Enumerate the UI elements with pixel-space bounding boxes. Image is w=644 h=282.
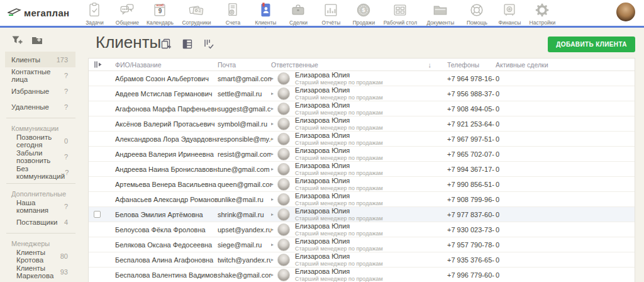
- megaplan-logo[interactable]: мегаплан: [0, 0, 78, 26]
- responsible-info: Елизарова Юлия Старший менеджер по прода…: [295, 132, 383, 146]
- col-header-name[interactable]: ФИО/Название: [115, 61, 218, 69]
- col-header-phones[interactable]: Телефоны: [443, 61, 494, 69]
- expand-arrow-icon[interactable]: [271, 181, 277, 187]
- expand-arrow-icon[interactable]: [271, 106, 277, 111]
- nav-item-calendar[interactable]: нояб9 Календарь: [143, 0, 176, 26]
- nav-item-sales[interactable]: Продажи: [347, 0, 380, 26]
- row-checkbox[interactable]: [94, 211, 101, 218]
- sidebar-item[interactable]: Без коммуникаций ?: [0, 164, 75, 180]
- sidebar-item-label: Клиенты Маркелова: [16, 264, 60, 279]
- col-header-responsible[interactable]: Ответственные: [271, 61, 318, 69]
- nav-item-label: Финансы: [499, 20, 521, 26]
- responsible-role: Старший менеджер по продажам: [295, 186, 383, 191]
- expand-arrow-icon[interactable]: [271, 76, 277, 81]
- responsible-info: Елизарова Юлия Старший менеджер по прода…: [295, 162, 383, 176]
- nav-item-label: Сотрудники: [182, 20, 211, 26]
- sidebar-item[interactable]: Клиенты Кротова 80: [0, 248, 75, 264]
- nav-item-docs[interactable]: Документы: [420, 0, 460, 26]
- table-row[interactable]: Авдеев Мстислав Германович settle@mail.r…: [89, 86, 635, 101]
- responsible-info: Елизарова Юлия Старший менеджер по прода…: [295, 147, 383, 161]
- nav-item-tasks[interactable]: Задачи: [78, 0, 111, 26]
- sidebar: Клиенты 173 Контактные лица ? Избранные …: [0, 28, 82, 282]
- client-email: shake@gmail.com: [218, 271, 271, 279]
- copy-list-icon[interactable]: [160, 38, 172, 50]
- col-header-email[interactable]: Почта: [218, 61, 271, 69]
- sidebar-section-header: Дополнительные: [0, 186, 82, 198]
- sidebar-item[interactable]: Забыли позвонить ?: [0, 149, 75, 164]
- expand-arrow-icon[interactable]: [271, 91, 277, 96]
- nav-item-settings[interactable]: Настройки: [526, 0, 558, 26]
- col-header-deals[interactable]: Активные сделки: [494, 61, 635, 69]
- table-row[interactable]: Андреева Наина Брониславовна tune@gmail.…: [89, 162, 635, 177]
- expand-arrow-icon[interactable]: [271, 151, 277, 157]
- expand-arrow-icon[interactable]: [271, 136, 277, 142]
- table-row[interactable]: Афанасьев Александр Романович unlike@mai…: [89, 192, 635, 207]
- client-phone: +7 990 856-51-49: [447, 181, 494, 188]
- nav-item-label: Отчёты: [322, 20, 341, 26]
- expand-arrow-icon[interactable]: [271, 257, 277, 262]
- responsible-name: Елизарова Юлия: [295, 208, 383, 215]
- sidebar-item[interactable]: Клиенты Маркелова 93: [0, 264, 75, 279]
- sidebar-item-count: ?: [64, 203, 68, 210]
- calendar-icon: нояб9: [152, 2, 168, 18]
- client-name: Артемьева Венера Васильевна: [115, 181, 216, 188]
- add-client-button[interactable]: ДОБАВИТЬ КЛИЕНТА: [548, 37, 635, 52]
- nav-item-invoices[interactable]: Счета: [216, 0, 249, 26]
- client-phone: +7 967 997-51-27: [447, 135, 494, 143]
- client-email: settle@mail.ru: [218, 90, 262, 98]
- add-filter-icon[interactable]: [11, 35, 23, 45]
- sort-direction-icon[interactable]: [428, 61, 432, 69]
- nav-item-deals[interactable]: Сделки: [282, 0, 314, 26]
- expand-arrow-icon[interactable]: [271, 272, 277, 278]
- columns-settings-icon[interactable]: [94, 60, 103, 69]
- nav-item-reports[interactable]: Отчёты: [314, 0, 347, 26]
- expand-arrow-icon[interactable]: [271, 166, 277, 172]
- client-email: queen@gmail.com: [218, 181, 271, 188]
- sidebar-item[interactable]: Удаленные ?: [0, 99, 75, 115]
- nav-item-clients[interactable]: Клиенты: [249, 0, 282, 26]
- table-row[interactable]: Белова Эмилия Артёмовна shrink@mail.ru Е…: [89, 207, 635, 222]
- table-row[interactable]: Агафонова Марфа Парфеньевна suggest@gmai…: [89, 101, 635, 116]
- table-row[interactable]: Абрамов Созон Альбертович smart@gmail.co…: [89, 71, 635, 86]
- sidebar-item[interactable]: Поставщики 4: [0, 214, 75, 230]
- sidebar-item[interactable]: Контактные лица ?: [0, 67, 75, 83]
- client-name: Белова Эмилия Артёмовна: [115, 211, 203, 218]
- sidebar-item-count: 4: [64, 218, 68, 226]
- nav-item-desktop[interactable]: Рабочий стол: [380, 0, 420, 26]
- client-phone: +7 935 376-65-79: [447, 256, 494, 264]
- responsible-role: Старший менеджер по продажам: [295, 110, 383, 116]
- user-avatar[interactable]: [616, 3, 635, 21]
- expand-arrow-icon[interactable]: [271, 242, 277, 247]
- responsible-name: Елизарова Юлия: [295, 268, 383, 275]
- table-row[interactable]: Беспалова Валентина Вадимовна shake@gmai…: [89, 268, 635, 282]
- table-row[interactable]: Белякова Оксана Федосеевна siege@mail.ru…: [89, 237, 635, 252]
- table-row[interactable]: Беспалова Алина Агафоновна twitch@yandex…: [89, 252, 635, 268]
- responsible-role: Старший менеджер по продажам: [295, 140, 383, 146]
- sidebar-item[interactable]: Позвонить сегодня 0: [0, 133, 75, 149]
- nav-item-help[interactable]: Помощь: [460, 0, 493, 26]
- expand-arrow-icon[interactable]: [271, 212, 277, 217]
- export-excel-icon[interactable]: [182, 38, 193, 50]
- sidebar-divider: [6, 183, 75, 184]
- expand-arrow-icon[interactable]: [271, 227, 277, 232]
- sidebar-item[interactable]: Избранные ?: [0, 83, 75, 99]
- nav-item-staff[interactable]: Сотрудники: [176, 0, 216, 26]
- expand-arrow-icon[interactable]: [271, 121, 277, 127]
- table-row[interactable]: Артемьева Венера Васильевна queen@gmail.…: [89, 177, 635, 192]
- table-row[interactable]: Белоусова Фёкла Фроловна upset@yandex.ru…: [89, 222, 635, 237]
- sort-check-icon[interactable]: [203, 38, 214, 50]
- active-deals-count: 0: [496, 166, 499, 173]
- responsible-role: Старший менеджер по продажам: [295, 201, 383, 206]
- add-folder-icon[interactable]: [31, 35, 43, 45]
- sidebar-item-count: ?: [64, 72, 68, 79]
- sidebar-item[interactable]: Наша компания ?: [0, 198, 75, 214]
- table-row[interactable]: Александрова Лора Эдуардовна responsible…: [89, 132, 635, 147]
- nav-item-chat[interactable]: Общение: [111, 0, 143, 26]
- table-row[interactable]: Аксёнов Валерий Протасьевич symbol@mail.…: [89, 116, 635, 132]
- nav-item-finance[interactable]: Финансы: [493, 0, 526, 26]
- staff-icon: [188, 2, 204, 18]
- expand-arrow-icon[interactable]: [271, 196, 277, 202]
- table-row[interactable]: Андреева Валерия Иринеевна resist@gmail.…: [89, 147, 635, 162]
- client-phone: +7 921 253-64-41: [447, 120, 494, 128]
- sidebar-item[interactable]: Клиенты 173: [5, 52, 75, 67]
